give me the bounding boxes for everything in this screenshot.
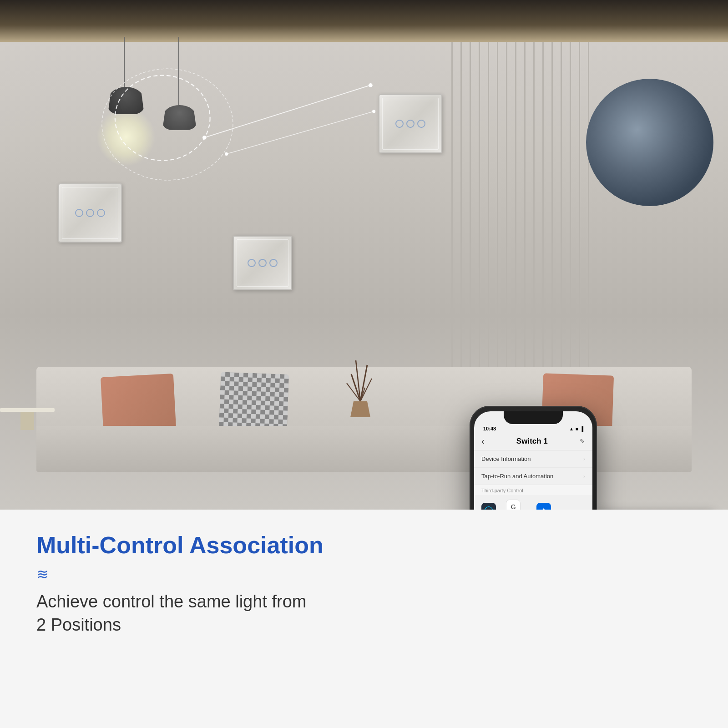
phone-notch bbox=[504, 411, 563, 424]
pendant-shade-2 bbox=[162, 105, 197, 130]
pendant-cord-1 bbox=[124, 37, 125, 91]
menu-label-device-info: Device Information bbox=[481, 455, 531, 462]
pendant-shade-1 bbox=[108, 87, 144, 114]
chevron-device-info: › bbox=[583, 456, 585, 462]
switch-panel-left bbox=[58, 183, 122, 243]
side-table bbox=[0, 408, 55, 430]
switch-button-c3 bbox=[269, 259, 278, 267]
pillow-left bbox=[101, 374, 176, 432]
menu-item-device-info[interactable]: Device Information › bbox=[474, 450, 592, 468]
phone-title: Switch 1 bbox=[516, 437, 548, 446]
light-glow bbox=[96, 107, 156, 167]
switch-button-r1 bbox=[395, 120, 404, 128]
switch-button-r3 bbox=[417, 120, 425, 128]
switch-button-3 bbox=[97, 209, 105, 217]
svg-line-9 bbox=[360, 365, 367, 401]
back-button[interactable]: ‹ bbox=[481, 436, 485, 446]
switch-icons-left bbox=[75, 209, 105, 217]
side-table-leg bbox=[20, 412, 34, 430]
wall-art bbox=[586, 79, 713, 206]
switch-button-c1 bbox=[248, 259, 256, 267]
feature-title: Multi-Control Association bbox=[36, 532, 701, 558]
svg-point-3 bbox=[369, 83, 373, 87]
text-content: Multi-Control Association ≋ Achieve cont… bbox=[36, 528, 701, 637]
ceiling bbox=[0, 0, 728, 42]
edit-button[interactable]: ✎ bbox=[580, 438, 585, 445]
plant-area bbox=[342, 338, 379, 420]
switch-button-2 bbox=[86, 209, 94, 217]
pendant-cord-2 bbox=[178, 37, 179, 110]
status-icons: ▲ ■ ▐ bbox=[569, 426, 583, 431]
switch-panel-top-right bbox=[379, 94, 442, 153]
room-background bbox=[0, 0, 728, 524]
switch-icons-top-right bbox=[395, 120, 425, 128]
signal-icon: ▲ bbox=[569, 426, 574, 431]
switch-button-r2 bbox=[406, 120, 415, 128]
svg-marker-14 bbox=[350, 401, 370, 417]
wall-panel-lines bbox=[451, 42, 453, 383]
switch-icons-center bbox=[248, 259, 278, 267]
plant-svg bbox=[342, 338, 379, 420]
menu-item-tap-run[interactable]: Tap-to-Run and Automation › bbox=[474, 468, 592, 485]
side-table-top bbox=[0, 408, 55, 412]
status-time: 10:48 bbox=[483, 426, 496, 431]
switch-button-1 bbox=[75, 209, 83, 217]
switch-panel-center bbox=[233, 236, 292, 290]
wifi-icon: ■ bbox=[576, 426, 578, 431]
svg-point-7 bbox=[372, 110, 375, 113]
wave-icon: ≋ bbox=[36, 566, 701, 583]
phone-header: ‹ Switch 1 ✎ bbox=[474, 434, 592, 450]
menu-label-tap-run: Tap-to-Run and Automation bbox=[481, 473, 553, 480]
battery-icon: ▐ bbox=[580, 426, 583, 431]
chevron-tap-run: › bbox=[583, 473, 585, 480]
section-third-party: Third-party Control bbox=[474, 485, 592, 495]
feature-description: Achieve control the same light from2 Pos… bbox=[36, 590, 701, 637]
pillow-center bbox=[219, 372, 289, 434]
bottom-section: Multi-Control Association ≋ Achieve cont… bbox=[0, 510, 728, 728]
switch-button-c2 bbox=[258, 259, 267, 267]
